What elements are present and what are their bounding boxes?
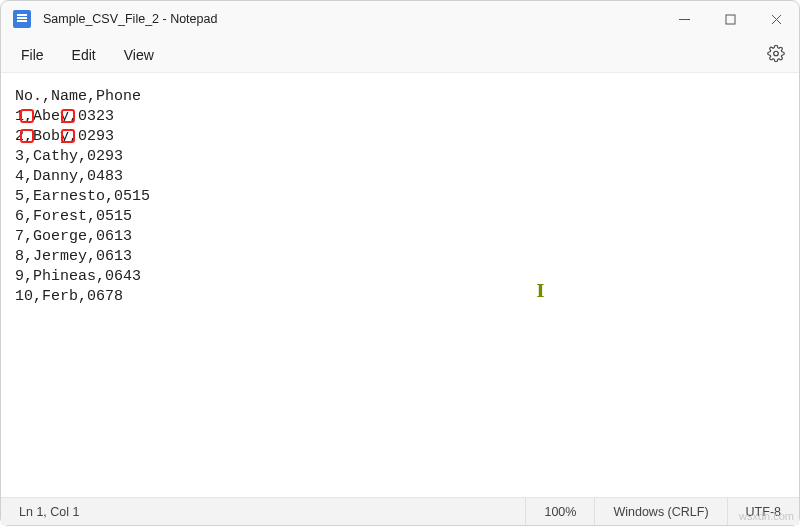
window-controls [661, 1, 799, 37]
close-button[interactable] [753, 1, 799, 37]
menubar: File Edit View [1, 37, 799, 73]
notepad-window: Sample_CSV_File_2 - Notepad File Edit Vi… [0, 0, 800, 526]
notepad-app-icon [13, 10, 31, 28]
svg-rect-1 [726, 15, 735, 24]
text-area[interactable]: No.,Name,Phone 1,Abey,0323 2,Boby,0293 3… [1, 73, 799, 497]
text-cursor-icon: I [536, 281, 544, 301]
watermark: wsxdn.com [739, 510, 794, 522]
titlebar[interactable]: Sample_CSV_File_2 - Notepad [1, 1, 799, 37]
highlight-box [20, 109, 34, 123]
highlight-box [61, 129, 75, 143]
status-eol: Windows (CRLF) [594, 498, 726, 525]
statusbar: Ln 1, Col 1 100% Windows (CRLF) UTF-8 [1, 497, 799, 525]
menu-edit[interactable]: Edit [58, 41, 110, 69]
status-zoom[interactable]: 100% [525, 498, 594, 525]
status-position: Ln 1, Col 1 [1, 498, 301, 525]
menu-view[interactable]: View [110, 41, 168, 69]
settings-button[interactable] [767, 44, 785, 65]
maximize-button[interactable] [707, 1, 753, 37]
highlight-box [20, 129, 34, 143]
highlight-box [61, 109, 75, 123]
minimize-button[interactable] [661, 1, 707, 37]
svg-point-4 [774, 51, 779, 56]
menu-file[interactable]: File [7, 41, 58, 69]
window-title: Sample_CSV_File_2 - Notepad [43, 12, 217, 26]
